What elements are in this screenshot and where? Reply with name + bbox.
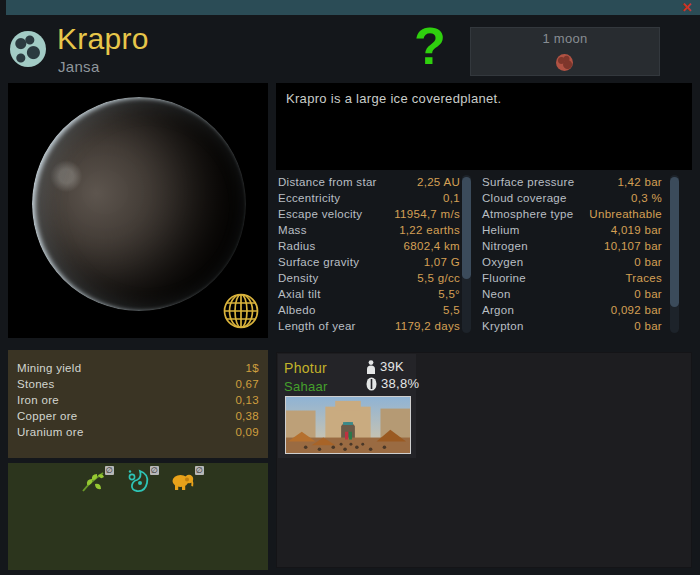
- stat-value: 2,25 AU: [417, 176, 460, 188]
- empty-badge: ∅: [195, 466, 204, 475]
- stat-row: Mining yield1$: [17, 360, 259, 376]
- stat-value: 1179,2 days: [395, 320, 460, 332]
- scrollbar-thumb[interactable]: [462, 177, 471, 279]
- globe-icon[interactable]: [222, 292, 260, 330]
- stat-row: Helium4,019 bar: [482, 222, 662, 238]
- close-button[interactable]: ✕: [679, 0, 695, 15]
- stat-value: 6802,4 km: [404, 240, 460, 252]
- stat-label: Copper ore: [17, 410, 78, 422]
- stat-label: Oxygen: [482, 256, 523, 268]
- stat-value: 0,092 bar: [611, 304, 662, 316]
- stat-value: 0,67: [235, 378, 259, 390]
- plant-icon: ∅: [80, 468, 106, 494]
- description-panel: Krapro is a large ice coveredplanet.: [276, 83, 692, 170]
- stat-row: Copper ore0,38: [17, 408, 259, 424]
- stats-column-right: Surface pressure1,42 barCloud coverage0,…: [482, 174, 662, 334]
- stat-label: Albedo: [278, 304, 316, 316]
- stat-label: Neon: [482, 288, 511, 300]
- empty-badge: ∅: [150, 466, 159, 475]
- stat-value: 0,13: [235, 394, 259, 406]
- stat-label: Mining yield: [17, 362, 81, 374]
- stat-value: 5,5 g/cc: [417, 272, 460, 284]
- stat-value: Unbreathable: [589, 208, 662, 220]
- stat-row: Albedo5,5: [278, 302, 460, 318]
- stat-row: Krypton0 bar: [482, 318, 662, 334]
- stat-value: 1,42 bar: [617, 176, 662, 188]
- stat-label: Surface pressure: [482, 176, 574, 188]
- stat-value: 10,107 bar: [604, 240, 662, 252]
- stat-label: Helium: [482, 224, 520, 236]
- stat-label: Eccentricity: [278, 192, 340, 204]
- stats-column-left: Distance from star2,25 AUEccentricity0,1…: [278, 174, 460, 334]
- settlement-image: [285, 396, 411, 454]
- stat-value: 0 bar: [634, 320, 662, 332]
- moon-icon: [556, 54, 573, 71]
- stat-label: Mass: [278, 224, 307, 236]
- population-icon: [366, 360, 376, 374]
- stat-row: FluorineTraces: [482, 270, 662, 286]
- stat-row: Oxygen0 bar: [482, 254, 662, 270]
- stat-value: 1$: [246, 362, 259, 374]
- stat-label: Stones: [17, 378, 55, 390]
- window-titlebar: [6, 0, 700, 15]
- stat-label: Iron ore: [17, 394, 59, 406]
- stat-row: Mass1,22 earths: [278, 222, 460, 238]
- stat-label: Uranium ore: [17, 426, 84, 438]
- stat-row: Stones0,67: [17, 376, 259, 392]
- stat-label: Argon: [482, 304, 514, 316]
- approval-value: 38,8%: [381, 376, 419, 391]
- stat-row: Surface gravity1,07 G: [278, 254, 460, 270]
- stat-label: Atmosphere type: [482, 208, 573, 220]
- stat-row: Uranium ore0,09: [17, 424, 259, 440]
- stat-label: Krypton: [482, 320, 524, 332]
- stat-row: Density5,5 g/cc: [278, 270, 460, 286]
- stat-value: 4,019 bar: [611, 224, 662, 236]
- stat-value: 0,09: [235, 426, 259, 438]
- stat-label: Escape velocity: [278, 208, 362, 220]
- stat-label: Surface gravity: [278, 256, 359, 268]
- settlement-panel[interactable]: Photur Sahaar 39K 38,8%: [278, 354, 416, 458]
- planet-image: [32, 97, 246, 311]
- empty-badge: ∅: [105, 466, 114, 475]
- stat-row: Radius6802,4 km: [278, 238, 460, 254]
- stat-label: Density: [278, 272, 318, 284]
- animal-icon: ∅: [170, 468, 196, 494]
- life-panel: ∅ ∅ ∅: [8, 463, 268, 570]
- planet-image-panel: [8, 83, 268, 338]
- system-subtitle: Jansa: [58, 58, 100, 75]
- stat-row: Iron ore0,13: [17, 392, 259, 408]
- help-icon[interactable]: ?: [414, 18, 446, 74]
- stat-value: 0 bar: [634, 288, 662, 300]
- mining-panel: Mining yield1$Stones0,67Iron ore0,13Copp…: [8, 350, 268, 458]
- stat-row: Axial tilt5,5°: [278, 286, 460, 302]
- stat-value: 11954,7 m/s: [394, 208, 460, 220]
- stat-row: Argon0,092 bar: [482, 302, 662, 318]
- stat-value: 0 bar: [634, 256, 662, 268]
- planet-icon: [10, 31, 46, 67]
- stat-row: Cloud coverage0,3 %: [482, 190, 662, 206]
- scrollbar-track: [670, 175, 679, 333]
- stat-label: Fluorine: [482, 272, 526, 284]
- stat-row: Escape velocity11954,7 m/s: [278, 206, 460, 222]
- stat-value: 5,5°: [438, 288, 460, 300]
- approval-icon: [366, 377, 377, 391]
- stat-value: Traces: [625, 272, 662, 284]
- stat-label: Radius: [278, 240, 316, 252]
- scrollbar-thumb[interactable]: [670, 177, 679, 307]
- stat-row: Atmosphere typeUnbreathable: [482, 206, 662, 222]
- stat-row: Length of year1179,2 days: [278, 318, 460, 334]
- stat-row: Nitrogen10,107 bar: [482, 238, 662, 254]
- stat-value: 1,22 earths: [399, 224, 460, 236]
- stat-value: 1,07 G: [424, 256, 460, 268]
- stat-label: Cloud coverage: [482, 192, 567, 204]
- settlement-name: Photur: [284, 360, 327, 376]
- microbe-icon: ∅: [125, 468, 151, 494]
- stat-value: 0,3 %: [631, 192, 662, 204]
- stat-label: Nitrogen: [482, 240, 528, 252]
- stat-label: Distance from star: [278, 176, 377, 188]
- stat-label: Length of year: [278, 320, 356, 332]
- stat-row: Neon0 bar: [482, 286, 662, 302]
- moons-panel[interactable]: 1 moon: [470, 27, 660, 76]
- stat-row: Surface pressure1,42 bar: [482, 174, 662, 190]
- stat-value: 0,38: [235, 410, 259, 422]
